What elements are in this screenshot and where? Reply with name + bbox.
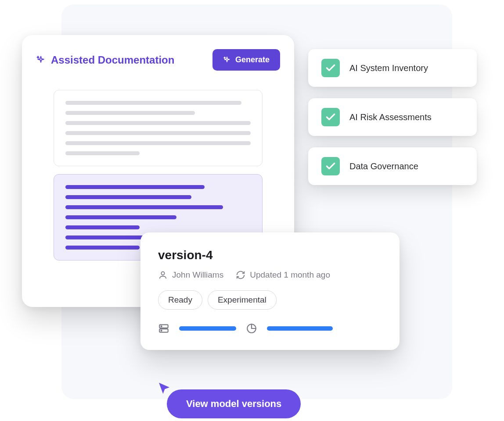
tag: Ready [158,290,202,310]
stat-bar [179,326,236,331]
check-item: AI Risk Assessments [308,98,477,136]
check-label: Data Governance [349,161,418,171]
skeleton-line [65,215,176,219]
version-author: John Williams [158,270,223,280]
svg-point-3 [161,326,162,327]
check-item: AI System Inventory [308,49,477,87]
stat-bar [267,326,333,331]
svg-point-4 [161,330,162,331]
skeleton-line [65,195,191,199]
version-meta: John Williams Updated 1 month ago [158,270,382,280]
skeleton-line [65,185,205,189]
skeleton-line [65,246,140,250]
skeleton-line [65,141,251,145]
generate-button-label: Generate [235,55,270,64]
version-tags: Ready Experimental [158,290,382,310]
view-model-versions-button[interactable]: View model versions [167,389,301,418]
version-updated-text: Updated 1 month ago [250,270,330,280]
skeleton-line [65,151,140,155]
generate-button[interactable]: Generate [212,49,280,71]
skeleton-line [65,131,251,135]
version-updated: Updated 1 month ago [236,270,330,280]
skeleton-line [65,205,223,209]
version-stats [158,323,382,334]
check-label: AI Risk Assessments [349,112,432,122]
server-icon [158,323,169,334]
checklist: AI System Inventory AI Risk Assessments … [308,49,477,185]
skeleton-line [65,225,140,229]
version-card: version-4 John Williams Updated 1 month … [140,232,400,350]
sparkle-icon [36,55,46,65]
skeleton-line [65,121,251,125]
documentation-title-wrap: Assisted Documentation [36,54,174,66]
check-label: AI System Inventory [349,63,428,73]
check-item: Data Governance [308,147,477,185]
refresh-icon [236,270,245,280]
pie-chart-icon [246,323,257,334]
check-icon [321,157,340,175]
documentation-title: Assisted Documentation [51,54,174,66]
svg-point-0 [161,272,164,275]
version-name: version-4 [158,248,382,262]
check-icon [321,59,340,77]
skeleton-line [65,111,195,115]
documentation-header: Assisted Documentation Generate [36,49,280,71]
check-icon [321,108,340,126]
view-button-label: View model versions [186,398,281,409]
user-icon [158,270,168,280]
skeleton-line [65,101,241,105]
cursor-icon [157,382,171,396]
sparkle-icon [223,56,231,64]
skeleton-block-gray [54,90,263,166]
tag: Experimental [208,290,277,310]
version-author-name: John Williams [172,270,223,280]
